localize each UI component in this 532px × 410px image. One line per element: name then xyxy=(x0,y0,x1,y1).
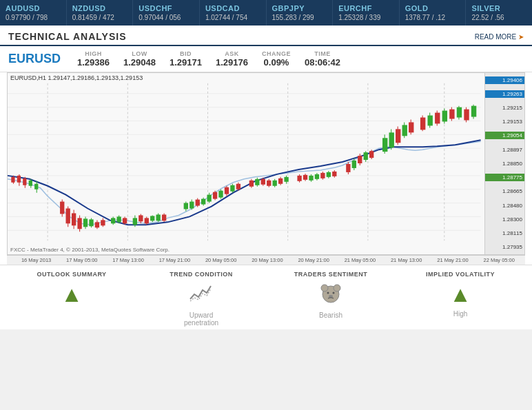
outlook-volatility-icon: ▲ xyxy=(449,282,471,307)
ticker-silver[interactable]: SILVER 22.52 / .56 xyxy=(466,0,532,25)
svg-rect-49 xyxy=(123,218,127,223)
svg-rect-89 xyxy=(267,181,271,186)
price-levels: 1.29406 1.29263 1.29215 1.29153 1.29054 … xyxy=(484,73,524,254)
svg-rect-85 xyxy=(255,179,259,185)
price-level-12: 1.27935 xyxy=(485,243,524,251)
outlook-volatility-label: IMPLIED VOLATILITY xyxy=(426,271,495,278)
read-more-link[interactable]: READ MORE ➤ xyxy=(475,33,524,41)
stat-high: HIGH 1.29386 xyxy=(77,50,110,68)
ticker-bar: AUDUSD 0.97790 / 798 NZDUSD 0.81459 / 47… xyxy=(0,0,532,25)
ticker-usdcad[interactable]: USDCAD 1.02744 / 754 xyxy=(200,0,267,25)
svg-rect-119 xyxy=(369,151,374,158)
price-level-1: 1.29263 xyxy=(485,90,524,98)
svg-rect-101 xyxy=(309,176,313,181)
time-axis: 16 May 2013 17 May 05:00 17 May 13:00 17… xyxy=(7,255,525,265)
outlook-sentiment-label: TRADERS SENTIMENT xyxy=(294,271,368,278)
svg-rect-69 xyxy=(201,199,205,205)
chart-container: EURUSD,H1 1.29147,1.29186,1.29133,1.2915… xyxy=(7,72,525,255)
chart-info-bar: EURUSD,H1 1.29147,1.29186,1.29133,1.2915… xyxy=(10,74,143,81)
svg-rect-87 xyxy=(261,179,265,185)
chart-copyright: FXCC - MetaTrader 4, © 2001-2013, MetaQu… xyxy=(10,247,170,253)
stat-value-0: 1.29386 xyxy=(77,57,110,68)
arrow-right-icon: ➤ xyxy=(518,33,524,41)
svg-rect-117 xyxy=(364,152,368,160)
svg-rect-105 xyxy=(320,173,325,178)
svg-rect-95 xyxy=(284,177,288,182)
svg-rect-81 xyxy=(236,184,241,189)
ticker-audusd[interactable]: AUDUSD 0.97790 / 798 xyxy=(0,0,67,25)
stat-label-0: HIGH xyxy=(85,50,102,57)
svg-rect-35 xyxy=(77,218,81,229)
svg-rect-99 xyxy=(303,175,307,180)
ticker-usdchf[interactable]: USDCHF 0.97044 / 056 xyxy=(133,0,200,25)
stat-value-4: 0.09% xyxy=(264,57,289,68)
svg-rect-133 xyxy=(428,116,433,126)
svg-rect-77 xyxy=(225,187,229,194)
time-label-1: 17 May 05:00 xyxy=(66,257,97,263)
stat-label-2: BID xyxy=(180,50,192,57)
svg-rect-31 xyxy=(66,209,70,224)
price-level-2: 1.29215 xyxy=(485,104,524,112)
svg-rect-59 xyxy=(156,214,160,221)
time-label-10: 22 May 05:00 xyxy=(483,257,514,263)
ticker-price-7: 22.52 / .56 xyxy=(471,14,526,21)
outlook-sentiment-icon xyxy=(318,282,343,309)
outlook-summary: OUTLOOK SUMMARY ▲ xyxy=(7,271,136,327)
ticker-symbol-7: SILVER xyxy=(471,4,526,12)
svg-rect-93 xyxy=(278,178,283,184)
svg-rect-27 xyxy=(34,184,38,189)
svg-rect-41 xyxy=(95,222,99,227)
svg-rect-145 xyxy=(471,106,476,117)
svg-rect-37 xyxy=(83,218,88,227)
svg-rect-25 xyxy=(29,181,32,186)
ta-header: TECHNICAL ANALYSIS READ MORE ➤ xyxy=(0,25,532,46)
ticker-symbol-2: USDCHF xyxy=(139,4,194,12)
stat-value-2: 1.29171 xyxy=(170,57,202,68)
outlook-trend: TREND CONDITION Upwardpenetration xyxy=(136,271,266,327)
section-title: TECHNICAL ANALYSIS xyxy=(8,31,127,42)
svg-rect-139 xyxy=(449,110,454,119)
price-level-6: 1.28850 xyxy=(485,160,524,167)
price-level-4: 1.29054 xyxy=(485,132,524,139)
svg-rect-51 xyxy=(133,218,137,225)
svg-rect-103 xyxy=(315,174,319,179)
ticker-price-2: 0.97044 / 056 xyxy=(139,14,194,21)
svg-rect-43 xyxy=(101,220,105,225)
instrument-name: EURUSD xyxy=(8,52,77,66)
price-level-10: 1.28300 xyxy=(485,216,524,223)
outlook-sentiment-value: Bearish xyxy=(319,311,342,319)
svg-rect-143 xyxy=(464,110,469,121)
svg-point-150 xyxy=(333,292,335,294)
ticker-nzdusd[interactable]: NZDUSD 0.81459 / 472 xyxy=(67,0,134,25)
svg-rect-137 xyxy=(442,111,447,122)
stat-label-3: ASK xyxy=(225,50,239,57)
stat-change: CHANGE 0.09% xyxy=(262,50,291,68)
time-label-3: 17 May 21:00 xyxy=(159,257,190,263)
price-level-8: 1.28665 xyxy=(485,187,524,195)
svg-rect-73 xyxy=(213,192,217,199)
ticker-gold[interactable]: GOLD 1378.77 / .12 xyxy=(400,0,467,25)
stat-time: TIME 08:06:42 xyxy=(305,50,340,68)
svg-rect-61 xyxy=(162,214,166,221)
ticker-symbol-5: EURCHF xyxy=(338,4,393,12)
outlook-summary-label: OUTLOOK SUMMARY xyxy=(37,271,106,278)
svg-rect-57 xyxy=(150,216,154,221)
svg-rect-45 xyxy=(111,218,115,223)
ticker-price-5: 1.25328 / 339 xyxy=(338,14,393,21)
svg-rect-79 xyxy=(230,185,234,192)
time-label-0: 16 May 2013 xyxy=(21,257,51,263)
time-label-6: 20 May 21:00 xyxy=(298,257,329,263)
time-label-4: 20 May 05:00 xyxy=(205,257,236,263)
svg-rect-135 xyxy=(435,113,440,124)
stat-label-1: LOW xyxy=(132,50,147,57)
ticker-eurchf[interactable]: EURCHF 1.25328 / 339 xyxy=(333,0,400,25)
svg-rect-67 xyxy=(196,200,200,206)
price-level-5: 1.28897 xyxy=(485,146,524,154)
stat-low: LOW 1.29048 xyxy=(123,50,156,68)
ticker-gbpjpy[interactable]: GBPJPY 155.283 / 299 xyxy=(267,0,334,25)
ticker-price-3: 1.02744 / 754 xyxy=(205,14,260,21)
svg-rect-83 xyxy=(249,181,254,187)
ticker-symbol-3: USDCAD xyxy=(205,4,260,12)
price-level-0: 1.29406 xyxy=(485,76,524,84)
price-stats: HIGH 1.29386 LOW 1.29048 BID 1.29171 ASK… xyxy=(77,50,524,68)
